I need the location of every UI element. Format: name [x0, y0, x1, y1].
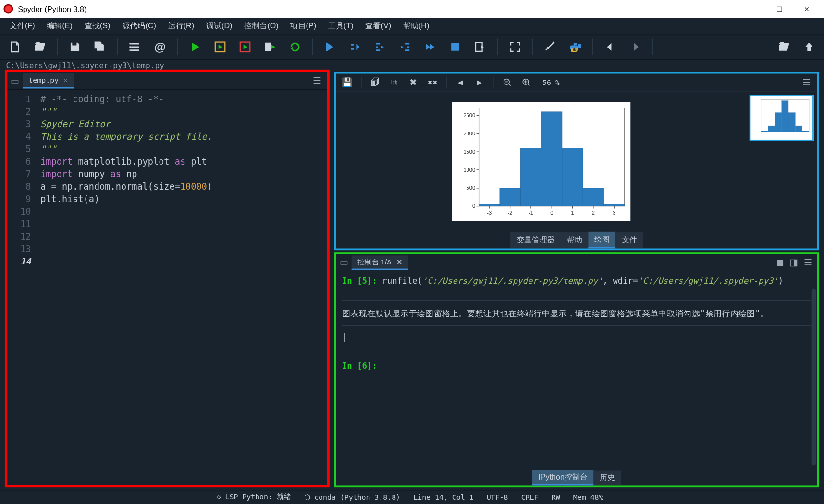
status-encoding[interactable]: UTF-8 [487, 493, 508, 501]
delete-all-button[interactable]: ✖✖ [425, 74, 440, 90]
debug-button[interactable] [320, 37, 340, 57]
menu-consoles[interactable]: 控制台(O) [239, 20, 283, 33]
main-toolbar: @ [0, 35, 824, 60]
new-file-button[interactable] [5, 37, 25, 57]
minimize-button[interactable]: — [738, 0, 765, 18]
console-tab-label: 控制台 1/A [357, 257, 392, 267]
next-plot-button[interactable]: ► [472, 74, 487, 90]
step-into-button[interactable] [370, 37, 390, 57]
close-tab-icon[interactable]: ✕ [63, 76, 68, 84]
interrupt-kernel-button[interactable]: ◼ [776, 257, 784, 268]
copy-plot-button[interactable]: 🗐 [368, 74, 383, 90]
status-lsp[interactable]: ◇ LSP Python: 就绪 [217, 492, 291, 502]
menu-tools[interactable]: 工具(T) [323, 20, 358, 33]
close-window-button[interactable]: ✕ [793, 0, 820, 18]
svg-rect-20 [603, 204, 624, 206]
menu-source[interactable]: 源代码(C) [117, 20, 160, 33]
editor-options-icon[interactable]: ☰ [307, 75, 327, 86]
workdir-up-button[interactable] [799, 37, 819, 57]
step-out-button[interactable] [395, 37, 415, 57]
status-eol[interactable]: CRLF [521, 493, 539, 501]
plots-options-icon[interactable]: ☰ [799, 77, 814, 87]
window-title: Spyder (Python 3.8) [18, 4, 86, 13]
menu-projects[interactable]: 项目(P) [286, 20, 321, 33]
tab-help[interactable]: 帮助 [561, 232, 588, 248]
save-all-button[interactable] [90, 37, 110, 57]
console-prompt-in5: In [5]: [342, 276, 377, 285]
tab-history[interactable]: 历史 [594, 470, 621, 485]
code-editor[interactable]: 1234567891011121314 # -*- coding: utf-8 … [7, 90, 327, 485]
run-cell-advance-button[interactable] [235, 37, 255, 57]
console-browse-tabs-icon[interactable]: ▭ [336, 257, 351, 268]
maximize-button[interactable]: ☐ [765, 0, 793, 18]
prev-plot-button[interactable]: ◄ [453, 74, 468, 90]
zoom-in-button[interactable] [519, 74, 534, 90]
menu-run[interactable]: 运行(R) [163, 20, 199, 33]
svg-rect-53 [795, 126, 802, 132]
exit-debug-button[interactable] [470, 37, 490, 57]
tab-plots[interactable]: 绘图 [588, 232, 615, 249]
svg-rect-17 [541, 112, 562, 206]
zoom-level: 56 % [538, 78, 565, 86]
open-file-button[interactable] [30, 37, 50, 57]
svg-rect-51 [782, 101, 788, 132]
copy-all-button[interactable]: ⧉ [387, 74, 402, 90]
plot-canvas[interactable]: 05001000150020002500-3-2-10123 [336, 92, 746, 232]
save-button[interactable] [65, 37, 85, 57]
console-close-tab-icon[interactable]: ✕ [396, 258, 402, 266]
right-pane-tabs: 变量管理器 帮助 绘图 文件 [336, 232, 817, 249]
console-scrollbar[interactable] [812, 289, 816, 466]
console-options-icon[interactable]: ☰ [804, 257, 812, 268]
menu-file[interactable]: 文件(F) [5, 20, 40, 33]
console-tab-row: ▭ 控制台 1/A ✕ ◼ ◨ ☰ [336, 254, 817, 271]
at-button[interactable]: @ [150, 37, 170, 57]
status-rw: RW [552, 493, 560, 501]
run-selection-button[interactable] [260, 37, 280, 57]
status-env[interactable]: ⬡ conda (Python 3.8.8) [304, 493, 400, 501]
outline-button[interactable] [125, 37, 145, 57]
svg-text:2: 2 [591, 210, 594, 216]
tab-variable-explorer[interactable]: 变量管理器 [510, 232, 561, 248]
menu-view[interactable]: 查看(V) [360, 20, 395, 33]
svg-text:-1: -1 [528, 210, 533, 216]
step-button[interactable] [345, 37, 365, 57]
back-button[interactable] [600, 37, 620, 57]
svg-rect-14 [479, 204, 499, 206]
browse-tabs-icon[interactable]: ▭ [7, 75, 23, 86]
forward-button[interactable] [625, 37, 645, 57]
clear-console-button[interactable]: ◨ [789, 257, 798, 268]
stop-debug-button[interactable] [445, 37, 465, 57]
svg-rect-54 [802, 131, 809, 132]
svg-point-10 [547, 47, 549, 49]
zoom-out-button[interactable] [500, 74, 515, 90]
svg-rect-49 [768, 126, 775, 132]
title-bar: Spyder (Python 3.8) — ☐ ✕ [0, 0, 824, 18]
workdir-browse-button[interactable] [774, 37, 794, 57]
fullscreen-button[interactable] [505, 37, 525, 57]
svg-rect-18 [562, 148, 582, 206]
menu-search[interactable]: 查找(S) [80, 20, 115, 33]
svg-text:1: 1 [571, 210, 574, 216]
plots-toolbar: 💾 🗐 ⧉ ✖ ✖✖ ◄ ► 56 % ☰ [336, 74, 817, 92]
console-output[interactable]: In [5]: runfile('C:/Users/gwj11/.spyder-… [336, 271, 817, 470]
tab-files[interactable]: 文件 [615, 232, 643, 248]
delete-plot-button[interactable]: ✖ [406, 74, 421, 90]
menu-help[interactable]: 帮助(H) [398, 20, 434, 33]
svg-text:1500: 1500 [463, 149, 475, 155]
python-path-button[interactable] [565, 37, 585, 57]
editor-tab-row: ▭ temp.py ✕ ☰ [7, 72, 327, 90]
run-cell-button[interactable] [210, 37, 230, 57]
editor-tab-temp[interactable]: temp.py ✕ [23, 73, 74, 88]
menu-edit[interactable]: 编辑(E) [42, 20, 77, 33]
menu-bar: 文件(F) 编辑(E) 查找(S) 源代码(C) 运行(R) 调试(D) 控制台… [0, 18, 824, 35]
console-pane: ▭ 控制台 1/A ✕ ◼ ◨ ☰ In [5]: runfile('C:/Us… [334, 252, 819, 487]
plot-thumbnail[interactable] [750, 95, 814, 141]
console-tab[interactable]: 控制台 1/A ✕ [352, 255, 408, 270]
save-plot-button[interactable]: 💾 [340, 74, 355, 90]
preferences-button[interactable] [540, 37, 560, 57]
continue-button[interactable] [420, 37, 440, 57]
menu-debug[interactable]: 调试(D) [201, 20, 237, 33]
run-button[interactable] [185, 37, 205, 57]
rerun-button[interactable] [285, 37, 305, 57]
tab-ipython-console[interactable]: IPython控制台 [532, 470, 594, 485]
